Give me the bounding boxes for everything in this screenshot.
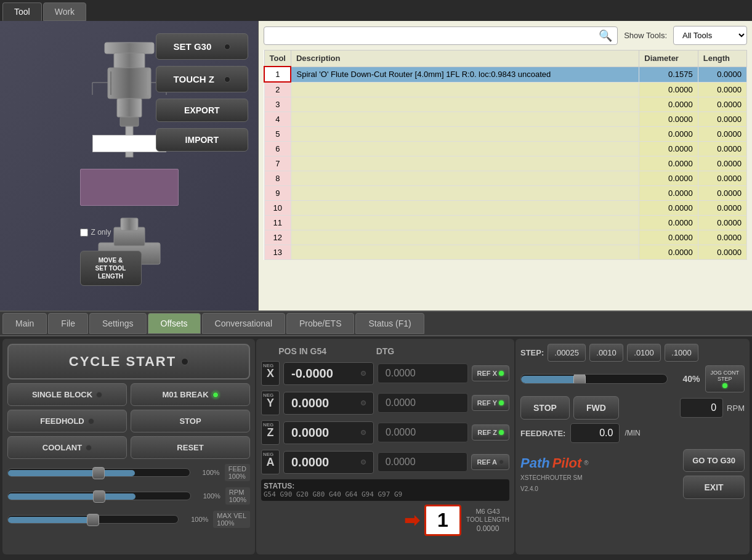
tool-diameter-cell: 0.0000 <box>639 142 698 156</box>
table-row[interactable]: 50.00000.0000 <box>264 127 747 142</box>
tool-desc-cell <box>291 156 639 171</box>
ref-x-led <box>499 371 504 376</box>
single-block-button[interactable]: SINGLE BLOCK <box>7 383 127 406</box>
tool-length-cell: 0.0000 <box>698 156 746 171</box>
pos-in-g54-label: POS IN G54 <box>261 346 344 356</box>
feed-slider[interactable] <box>7 468 190 477</box>
step-btn-1000[interactable]: .1000 <box>665 344 698 362</box>
y-pos-val: 0.0000 <box>291 396 329 410</box>
tool-desc-cell <box>291 245 639 260</box>
table-row[interactable]: 30.00000.0000 <box>264 97 747 112</box>
step-label: STEP: <box>520 348 544 357</box>
x-dtg-value: 0.0000 <box>378 363 468 383</box>
tool-offset-input[interactable] <box>92 135 166 152</box>
jog-slider[interactable] <box>520 374 668 384</box>
z-only-checkbox-area[interactable]: Z only <box>80 228 111 237</box>
cycle-start-button[interactable]: CYCLE START <box>7 344 250 379</box>
go-to-g30-button[interactable]: GO TO G30 <box>683 449 745 472</box>
ref-a-button[interactable]: REF A <box>471 454 509 470</box>
stop-big-button[interactable]: STOP <box>520 396 570 420</box>
tool-number-value: 1 <box>437 509 448 531</box>
a-dtg-value: 0.0000 <box>378 452 468 472</box>
tab-tool[interactable]: Tool <box>2 2 42 21</box>
maxvel-pct-label: 100% <box>184 516 208 523</box>
rpm-slider[interactable] <box>7 492 191 500</box>
rpm-badge: RPM100% <box>225 487 250 505</box>
set-g30-button[interactable]: SET G30 <box>156 33 248 60</box>
ref-a-led <box>499 460 504 465</box>
table-row[interactable]: 110.00000.0000 <box>264 216 747 230</box>
touch-z-button[interactable]: TOUCH Z <box>156 66 248 92</box>
z-axis-label: NEG Z <box>261 420 280 445</box>
table-row[interactable]: 130.00000.0000 <box>264 245 747 260</box>
tool-diameter-cell: 0.0000 <box>639 171 698 186</box>
m01-break-button[interactable]: M01 BREAK <box>131 383 250 406</box>
table-row[interactable]: 70.00000.0000 <box>264 156 747 171</box>
x-axis-label: NEG X <box>261 361 280 386</box>
tab-conversational[interactable]: Conversational <box>202 313 285 334</box>
step-btn-0010[interactable]: .0010 <box>589 344 623 362</box>
maxvel-slider[interactable] <box>7 515 179 524</box>
feed-slider-row: 100% FEED100% <box>7 463 250 482</box>
rpm-input[interactable] <box>680 398 723 418</box>
reset-button[interactable]: RESET <box>131 436 250 459</box>
ref-y-label: REF Y <box>477 399 497 407</box>
tab-offsets[interactable]: Offsets <box>148 313 201 334</box>
tab-work[interactable]: Work <box>43 2 86 21</box>
export-button[interactable]: EXPORT <box>156 99 248 122</box>
ref-z-button[interactable]: REF Z <box>472 424 509 440</box>
x-pos-value: -0.0000 <box>283 362 374 385</box>
z-pos-val: 0.0000 <box>291 426 329 440</box>
stop-button[interactable]: STOP <box>131 410 250 432</box>
tool-length-cell: 0.0000 <box>698 216 746 230</box>
table-row[interactable]: 120.00000.0000 <box>264 230 747 245</box>
pp-pilot-text: Pilot <box>552 455 582 471</box>
step-btn-00025[interactable]: .00025 <box>548 344 586 362</box>
svg-rect-1 <box>114 53 145 68</box>
tab-main[interactable]: Main <box>2 313 47 334</box>
table-row[interactable]: 100.00000.0000 <box>264 201 747 216</box>
step-btn-0100[interactable]: .0100 <box>627 344 661 362</box>
single-block-label: SINGLE BLOCK <box>32 390 92 399</box>
a-dtg-val: 0.0000 <box>386 457 416 468</box>
pp-path-text: Path <box>520 455 550 471</box>
table-row[interactable]: 80.00000.0000 <box>264 171 747 186</box>
table-row[interactable]: 60.00000.0000 <box>264 142 747 156</box>
pp-reg-symbol: ® <box>584 460 588 466</box>
z-only-checkbox[interactable] <box>80 229 88 237</box>
tab-settings[interactable]: Settings <box>89 313 147 334</box>
tab-probe-ets[interactable]: Probe/ETS <box>286 313 354 334</box>
tab-file[interactable]: File <box>48 313 88 334</box>
jog-cont-led <box>722 383 727 388</box>
tool-length-cell: 0.0000 <box>698 142 746 156</box>
ref-y-button[interactable]: REF Y <box>472 395 509 411</box>
feedrate-input[interactable] <box>570 423 620 443</box>
table-row[interactable]: 20.00000.0000 <box>264 82 747 97</box>
fwd-button[interactable]: FWD <box>573 396 619 420</box>
table-row[interactable]: 90.00000.0000 <box>264 186 747 201</box>
tool-search-input[interactable] <box>264 26 618 45</box>
coolant-led <box>86 445 92 451</box>
y-dtg-value: 0.0000 <box>378 393 468 413</box>
move-set-tool-length-button[interactable]: MOVE &SET TOOLLENGTH <box>80 251 142 286</box>
ref-z-led <box>499 430 504 435</box>
feedrate-label: FEEDRATE: <box>520 429 565 438</box>
coolant-button[interactable]: COOLANT <box>7 436 127 459</box>
tab-status-f1[interactable]: Status (F1) <box>355 313 424 334</box>
z-dtg-value: 0.0000 <box>378 423 468 442</box>
search-icon-button[interactable]: 🔍 <box>596 26 615 45</box>
rpm-slider-row: 100% RPM100% <box>7 486 250 506</box>
jog-cont-step-button[interactable]: JOG CONTSTEP <box>705 365 745 392</box>
cycle-start-led <box>181 358 188 365</box>
feedhold-button[interactable]: FEEDHOLD <box>7 410 127 432</box>
tool-table: Tool Description Diameter Length 1Spiral… <box>264 50 747 260</box>
pp-version-text: V2.4.0 <box>520 485 538 492</box>
exit-button[interactable]: EXIT <box>683 476 745 499</box>
import-button[interactable]: IMPORT <box>156 128 248 152</box>
y-pos-dot <box>361 400 366 405</box>
show-tools-select[interactable]: All Tools Used Tools <box>673 26 747 45</box>
tool-length-cell: 0.0000 <box>698 97 746 112</box>
ref-x-button[interactable]: REF X <box>472 365 509 381</box>
table-row[interactable]: 40.00000.0000 <box>264 112 747 127</box>
table-row[interactable]: 1Spiral 'O' Flute Down-Cut Router [4.0mm… <box>264 67 747 82</box>
